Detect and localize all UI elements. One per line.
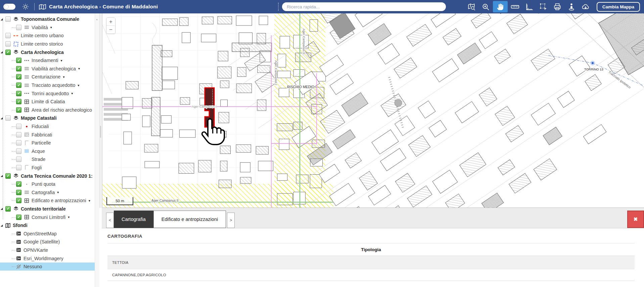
- layer-checkbox[interactable]: [5, 115, 11, 121]
- layer-item-acque[interactable]: Acque: [0, 147, 95, 156]
- tab-edificato-e-antropizzazioni[interactable]: Edificato e antropizzazioni: [153, 211, 226, 228]
- zoom-out-button[interactable]: −: [106, 26, 115, 34]
- layer-item-edificato-e-antropizzazioni[interactable]: ✓Edificato e antropizzazioni▾: [0, 196, 95, 205]
- layer-item-limite-centro-storico[interactable]: Limite centro storico: [0, 40, 95, 48]
- layer-checkbox[interactable]: [5, 16, 11, 22]
- layer-checkbox[interactable]: [16, 25, 21, 30]
- layer-item-particelle[interactable]: Particelle: [0, 139, 95, 147]
- panel-content: CARTOGRAFIA Tipologia TETTOIACAPANNONE,D…: [102, 228, 644, 281]
- layer-item-toponomastica-comunale[interactable]: ◢Toponomastica Comunale: [0, 15, 95, 23]
- expander-icon[interactable]: ◢: [1, 18, 5, 21]
- expander-icon[interactable]: ◢: [1, 224, 5, 227]
- street-view-tool-icon[interactable]: [564, 0, 579, 13]
- layer-checkbox[interactable]: ✓: [5, 173, 11, 179]
- lines-icon: [24, 74, 30, 80]
- style-caret-icon[interactable]: ▾: [63, 75, 64, 79]
- close-panel-button[interactable]: ✖: [627, 211, 644, 228]
- tabs-next-button[interactable]: >: [227, 213, 235, 228]
- style-caret-icon[interactable]: ▾: [68, 215, 70, 219]
- layer-item-sfondi[interactable]: ◢Sfondi: [0, 221, 95, 230]
- layer-item-fogli[interactable]: Fogli: [0, 164, 95, 172]
- select-area-tool-icon[interactable]: [536, 0, 550, 13]
- layer-item-esri-worldimagery[interactable]: Esri_WorldImagery: [0, 254, 95, 263]
- tabs-prev-button[interactable]: <: [106, 213, 114, 228]
- layer-item-tracciato-acquedotto[interactable]: ✓Tracciato acquedotto▾: [0, 81, 95, 90]
- layer-checkbox[interactable]: [16, 165, 21, 170]
- expander-icon[interactable]: ◢: [1, 174, 5, 177]
- layer-item-carta-archeologica[interactable]: ◢✓Carta Archeologica: [0, 48, 95, 56]
- layer-item-comuni-limitrofi[interactable]: ✓Comuni Limitrofi▾: [0, 213, 95, 221]
- layer-item-area-del-rischio-archeologico[interactable]: ✓Area del rischio archeologico: [0, 106, 95, 114]
- layer-checkbox[interactable]: ✓: [16, 215, 21, 220]
- style-caret-icon[interactable]: ▾: [78, 67, 80, 70]
- layer-checkbox[interactable]: ✓: [16, 74, 21, 79]
- brightness-icon[interactable]: [21, 3, 30, 11]
- style-caret-icon[interactable]: ▾: [78, 83, 79, 87]
- layer-checkbox[interactable]: ✓: [16, 99, 21, 104]
- layer-checkbox[interactable]: ✓: [16, 58, 21, 63]
- layer-checkbox[interactable]: ✓: [5, 50, 11, 55]
- zoom-in-tool-icon[interactable]: [478, 0, 493, 13]
- expander-icon[interactable]: ◢: [1, 117, 5, 120]
- layers-icon: [13, 16, 19, 22]
- layer-item-openstreetmap[interactable]: OpenStreetMap: [0, 229, 95, 238]
- layer-item-mappe-catastali[interactable]: ◢Mappe Catastali: [0, 114, 95, 122]
- layer-checkbox[interactable]: [16, 140, 21, 146]
- expander-icon[interactable]: ◢: [1, 207, 5, 210]
- layer-item-torrini-acquedotto[interactable]: ✓Torrini acquedotto▾: [0, 89, 95, 98]
- style-caret-icon[interactable]: ▾: [60, 59, 62, 62]
- layer-item-punti-quota[interactable]: ✓Punti quota: [0, 180, 95, 188]
- layer-item-fabbricati[interactable]: Fabbricati: [0, 130, 95, 139]
- style-caret-icon[interactable]: ▾: [50, 25, 52, 29]
- layer-item-opnvkarte[interactable]: OPNVKarte: [0, 246, 95, 254]
- zoom-in-button[interactable]: +: [106, 18, 115, 26]
- layer-checkbox[interactable]: ✓: [5, 206, 11, 212]
- layer-checkbox[interactable]: ✓: [16, 190, 21, 195]
- layer-item-viabilit-archeologica[interactable]: ✓Viabilità archeologica▾: [0, 65, 95, 73]
- layer-checkbox[interactable]: ✓: [16, 82, 21, 88]
- layer-checkbox[interactable]: [5, 41, 11, 47]
- layer-item-limite-di-calatia[interactable]: ✓Limite di Calatia: [0, 98, 95, 106]
- sidebar-scrollbar[interactable]: ▲: [95, 13, 99, 287]
- style-caret-icon[interactable]: ▾: [71, 92, 73, 95]
- pan-hand-tool-icon[interactable]: [493, 1, 508, 12]
- splitter-grip[interactable]: [100, 126, 101, 138]
- style-caret-icon[interactable]: ▾: [57, 190, 59, 194]
- layer-item-cartografia[interactable]: ✓Cartografia▾: [0, 188, 95, 196]
- download-tool-icon[interactable]: [579, 0, 593, 13]
- print-tool-icon[interactable]: [550, 0, 564, 13]
- layer-item-contesto-territoriale[interactable]: ◢✓Contesto territoriale: [0, 205, 95, 213]
- layer-checkbox[interactable]: ✓: [16, 181, 21, 187]
- layer-checkbox[interactable]: ✓: [16, 66, 21, 71]
- sidebar-splitter[interactable]: [99, 13, 102, 208]
- layer-item-carta-tecnica-comunale-2020-1[interactable]: ◢✓Carta Tecnica Comunale 2020 1:: [0, 172, 95, 180]
- layer-checkbox[interactable]: ✓: [16, 91, 21, 96]
- map-search-tool-icon[interactable]: [464, 0, 478, 13]
- layer-checkbox[interactable]: ✓: [16, 107, 21, 113]
- layer-item-viabilit[interactable]: Viabilità▾: [0, 23, 95, 32]
- search-input[interactable]: [282, 2, 446, 11]
- layer-checkbox[interactable]: [16, 132, 21, 137]
- change-map-button[interactable]: Cambia Mappa: [597, 2, 640, 12]
- layer-checkbox[interactable]: [16, 157, 21, 162]
- style-caret-icon[interactable]: ▾: [89, 199, 90, 203]
- theme-toggle[interactable]: [3, 4, 15, 10]
- layer-item-nessuno[interactable]: Nessuno: [0, 263, 95, 271]
- measure-ruler-tool-icon[interactable]: [508, 0, 522, 13]
- scroll-up-icon[interactable]: ▲: [96, 18, 98, 20]
- layer-item-limite-centro-urbano[interactable]: Limite centro urbano: [0, 32, 95, 40]
- search-drag-handle[interactable]: [278, 3, 280, 11]
- expander-icon[interactable]: ◢: [1, 51, 5, 54]
- tab-cartografia[interactable]: Cartografia: [114, 211, 153, 228]
- map-canvas[interactable]: Ager Campanus IRISCHIO MEDIOAger Campanu…: [102, 13, 644, 208]
- layer-checkbox[interactable]: [16, 124, 21, 129]
- layer-checkbox[interactable]: [5, 33, 11, 38]
- measure-angle-tool-icon[interactable]: [522, 0, 536, 13]
- layer-item-google-satellite[interactable]: Google (Satellite): [0, 238, 95, 246]
- layer-item-centuriazione[interactable]: ✓Centuriazione▾: [0, 73, 95, 81]
- layer-checkbox[interactable]: ✓: [16, 198, 21, 203]
- layer-item-insediamenti[interactable]: ✓Insediamenti▾: [0, 56, 95, 65]
- layer-item-strade[interactable]: Strade: [0, 155, 95, 164]
- layer-item-fiduciali[interactable]: Fiduciali: [0, 122, 95, 131]
- layer-checkbox[interactable]: [16, 149, 21, 154]
